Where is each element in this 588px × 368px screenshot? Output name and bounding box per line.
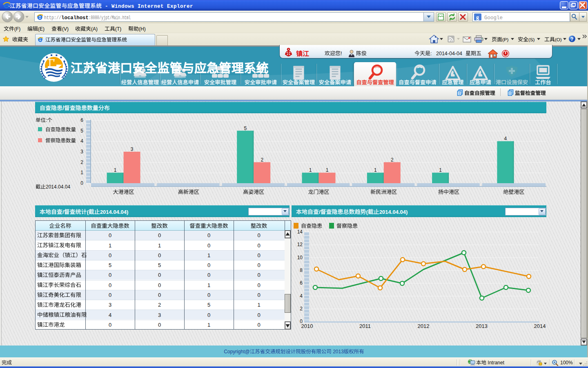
svg-text:2011: 2011 <box>359 323 371 329</box>
svg-text:2014-04-04: 2014-04-04 <box>436 51 462 56</box>
svg-text:(A): (A) <box>91 26 98 32</box>
svg-text:2014: 2014 <box>534 323 546 329</box>
svg-text:5: 5 <box>109 262 111 268</box>
svg-text:3: 3 <box>80 149 83 155</box>
svg-text:0: 0 <box>257 292 260 298</box>
svg-text:1: 1 <box>80 170 83 175</box>
svg-text:100%: 100% <box>560 360 573 366</box>
svg-text:0: 0 <box>207 262 210 268</box>
svg-text:0: 0 <box>109 272 111 278</box>
svg-text:4: 4 <box>109 312 111 318</box>
svg-text:0: 0 <box>207 292 210 298</box>
svg-text:0: 0 <box>158 252 161 258</box>
svg-text:2010: 2010 <box>301 323 313 329</box>
svg-text:0: 0 <box>257 242 260 249</box>
svg-text:0: 0 <box>257 252 260 258</box>
svg-text:!: ! <box>341 50 342 56</box>
svg-text:0: 0 <box>109 322 111 328</box>
svg-text:12: 12 <box>297 242 303 247</box>
svg-text:Google: Google <box>484 15 503 21</box>
svg-text:?: ? <box>570 36 573 42</box>
svg-text:1: 1 <box>326 167 329 173</box>
svg-text:4: 4 <box>300 293 303 299</box>
svg-text::8080/yjpt/Main.html: :8080/yjpt/Main.html <box>89 15 131 21</box>
svg-text:2: 2 <box>391 157 394 163</box>
svg-text:0: 0 <box>158 292 161 298</box>
svg-text:6: 6 <box>300 280 303 286</box>
svg-text::: : <box>46 117 47 123</box>
svg-text:1: 1 <box>374 167 377 173</box>
svg-text:0: 0 <box>158 322 161 328</box>
svg-text:(E): (E) <box>38 26 45 32</box>
svg-text:0: 0 <box>109 252 111 258</box>
svg-text:5: 5 <box>244 126 247 131</box>
svg-text:14: 14 <box>297 229 303 235</box>
svg-text:1: 1 <box>439 167 442 173</box>
svg-text:0: 0 <box>207 312 210 318</box>
svg-text:1: 1 <box>257 302 260 308</box>
svg-text:(H): (H) <box>139 26 146 32</box>
svg-text:2014.04.04: 2014.04.04 <box>46 184 70 190</box>
svg-text:1: 1 <box>207 282 210 288</box>
svg-text:5: 5 <box>207 302 210 308</box>
svg-text:0: 0 <box>109 292 111 298</box>
svg-text:3: 3 <box>158 312 161 318</box>
svg-text:1: 1 <box>207 322 210 328</box>
svg-text:(: ( <box>87 209 89 215</box>
svg-text:/: / <box>62 105 64 111</box>
svg-text:2012: 2012 <box>418 323 430 329</box>
svg-text:1: 1 <box>114 167 117 173</box>
svg-text:0: 0 <box>257 312 260 318</box>
svg-text:4: 4 <box>504 136 507 141</box>
svg-text:6: 6 <box>80 117 83 123</box>
svg-text:(S): (S) <box>528 37 535 42</box>
svg-text:0: 0 <box>207 272 210 278</box>
svg-text:0: 0 <box>80 180 83 186</box>
svg-text:5: 5 <box>158 262 161 268</box>
svg-text:0: 0 <box>257 272 260 278</box>
svg-text:2013: 2013 <box>332 349 344 355</box>
svg-text:- Windows Internet Explorer: - Windows Internet Explorer <box>102 4 193 9</box>
svg-text::: : <box>430 51 432 56</box>
svg-text:/: / <box>319 209 321 215</box>
svg-text:g: g <box>476 14 479 20</box>
svg-text:5: 5 <box>80 128 83 134</box>
svg-text:(T): (T) <box>115 26 121 32</box>
svg-text:2013: 2013 <box>476 323 488 329</box>
svg-text:Intranet: Intranet <box>486 360 505 366</box>
svg-text:1: 1 <box>309 167 312 173</box>
svg-text:2: 2 <box>261 157 263 163</box>
svg-text:(: ( <box>366 209 368 215</box>
svg-text:3: 3 <box>109 302 111 308</box>
svg-text:0: 0 <box>158 232 161 238</box>
svg-text:0: 0 <box>158 282 161 288</box>
svg-text:2: 2 <box>300 306 303 312</box>
svg-text:8: 8 <box>300 267 303 273</box>
svg-text:(O): (O) <box>555 37 562 42</box>
svg-text:2014.04.04): 2014.04.04) <box>100 209 128 215</box>
svg-text:(V): (V) <box>62 26 69 32</box>
svg-text:0: 0 <box>158 272 161 278</box>
svg-text:0: 0 <box>109 232 111 238</box>
svg-text:4: 4 <box>80 138 83 144</box>
svg-text:localhost: localhost <box>61 15 89 21</box>
svg-text:/: / <box>62 209 64 215</box>
svg-text:0: 0 <box>207 242 210 249</box>
svg-text:0: 0 <box>257 262 260 268</box>
svg-text:3: 3 <box>131 146 134 152</box>
svg-text:http://: http:// <box>44 15 61 21</box>
svg-text:2014.04.04): 2014.04.04) <box>379 209 408 215</box>
svg-text:2: 2 <box>80 159 83 165</box>
svg-text:2: 2 <box>158 302 161 308</box>
svg-text:(F): (F) <box>14 26 20 32</box>
svg-text:1: 1 <box>158 242 161 249</box>
svg-text:0: 0 <box>257 232 260 238</box>
svg-text:0: 0 <box>257 322 260 328</box>
svg-text:1: 1 <box>207 252 210 258</box>
svg-text:0: 0 <box>109 282 111 288</box>
svg-text:0: 0 <box>207 232 210 238</box>
svg-text:10: 10 <box>297 255 303 260</box>
svg-text:1: 1 <box>109 242 111 249</box>
svg-text:(P): (P) <box>502 37 509 42</box>
svg-text:Copyright@: Copyright@ <box>224 349 250 355</box>
